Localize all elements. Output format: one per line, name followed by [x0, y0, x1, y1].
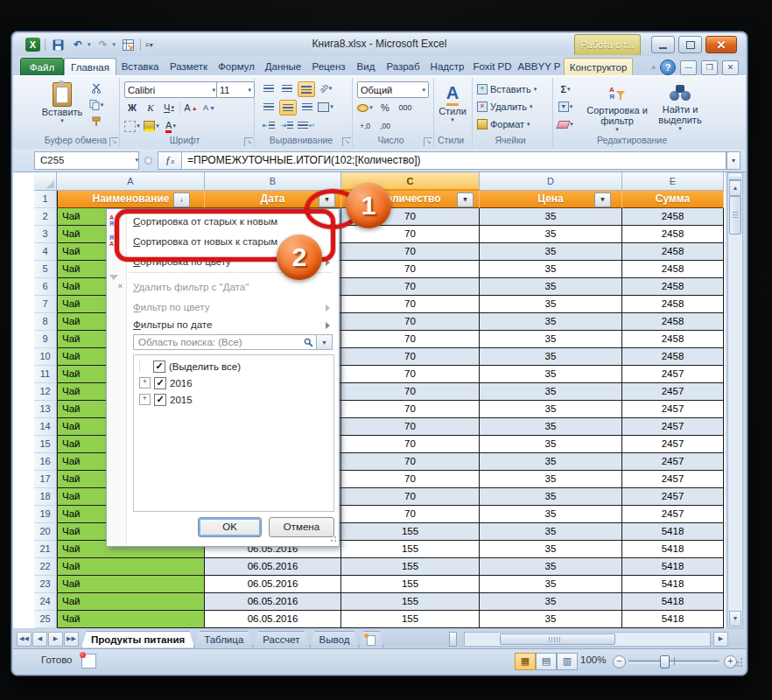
row-number[interactable]: 3	[34, 226, 57, 243]
zoom-level[interactable]: 100%	[580, 654, 606, 665]
name-sorted-filter-button[interactable]: ↓	[173, 192, 190, 207]
cell-sum[interactable]: 5418	[622, 593, 724, 611]
tab-developer[interactable]: Разраб	[382, 58, 425, 75]
cell-sum[interactable]: 2457	[622, 436, 724, 453]
filter-item-2016[interactable]: + ✓ 2016	[134, 374, 333, 391]
dialog-launcher-icon[interactable]: ↘	[244, 137, 253, 146]
cell-price[interactable]: 35	[480, 278, 622, 296]
cell-qty[interactable]: 70	[341, 331, 480, 348]
checkbox-checked-icon[interactable]: ✓	[154, 394, 166, 406]
cell-sum[interactable]: 2458	[622, 313, 724, 331]
cell-qty[interactable]: 70	[341, 383, 480, 401]
cell-sum[interactable]: 5418	[622, 523, 724, 541]
last-sheet-icon[interactable]: ▶▶	[64, 632, 79, 647]
vertical-scrollbar[interactable]: ▲ ▼	[727, 172, 743, 628]
row-number[interactable]: 8	[34, 313, 57, 331]
percent-icon[interactable]: %	[377, 101, 393, 115]
cell-qty[interactable]: 70	[341, 226, 480, 243]
restore-button[interactable]	[678, 36, 702, 53]
comma-style-icon[interactable]: 000	[397, 101, 413, 115]
filter-item-select-all[interactable]: ✓ (Выделить все)	[134, 358, 333, 374]
cell-sum[interactable]: 5418	[622, 558, 724, 576]
number-format-combo[interactable]: Общий▾	[357, 81, 429, 98]
row-number[interactable]: 7	[34, 296, 57, 313]
cell-date[interactable]: 06.05.2016	[205, 558, 341, 576]
grow-font-button[interactable]: А▲	[183, 101, 199, 115]
page-break-view-icon[interactable]: ▥	[557, 653, 578, 670]
cell-sum[interactable]: 2458	[622, 208, 724, 226]
workbook-close-button[interactable]: ✕	[722, 60, 739, 75]
decrease-decimal-icon[interactable]: ,00	[377, 119, 393, 133]
cell-sum[interactable]: 2458	[622, 261, 724, 278]
cell-sum[interactable]: 2457	[622, 471, 724, 488]
cell-sum[interactable]: 2458	[622, 331, 724, 348]
tab-formulas[interactable]: Формул	[214, 58, 259, 75]
scrollbar-split-handle[interactable]	[729, 174, 741, 180]
align-top-icon[interactable]	[261, 81, 277, 95]
decrease-indent-icon[interactable]: ⇤	[261, 118, 277, 132]
cell-sum[interactable]: 2457	[622, 418, 724, 436]
cell-sum[interactable]: 2457	[622, 453, 724, 471]
row-number[interactable]: 18	[34, 488, 57, 506]
align-left-icon[interactable]	[261, 100, 277, 114]
tab-file[interactable]: Файл	[20, 58, 64, 77]
cell-price[interactable]: 35	[480, 523, 622, 541]
row-number[interactable]: 19	[34, 506, 57, 523]
cell-sum[interactable]: 5418	[622, 611, 724, 628]
align-right-icon[interactable]	[299, 100, 315, 114]
cell-name[interactable]: Чай	[57, 576, 205, 593]
cell-sum[interactable]: 5418	[622, 576, 724, 593]
dialog-launcher-icon[interactable]: ↘	[424, 137, 432, 146]
checkbox-checked-icon[interactable]: ✓	[153, 360, 165, 373]
cell-sum[interactable]: 2458	[622, 296, 724, 313]
menu-resize-grip[interactable]	[328, 536, 337, 544]
styles-button[interactable]: А Стили▾	[435, 80, 470, 123]
dialog-launcher-icon[interactable]: ↘	[342, 137, 351, 146]
tab-insert[interactable]: Вставка	[116, 58, 164, 75]
cell-price[interactable]: 35	[480, 243, 622, 261]
cell-price[interactable]: 35	[480, 401, 622, 418]
cell-date[interactable]: 06.05.2016	[205, 593, 341, 611]
cell-price[interactable]: 35	[480, 226, 622, 243]
name-box[interactable]: C255▾	[34, 151, 139, 170]
qty-filter-dropdown-button[interactable]: ▼	[457, 192, 474, 207]
row-number[interactable]: 25	[34, 611, 57, 628]
cell-qty[interactable]: 155	[341, 576, 480, 593]
formula-input[interactable]: =ПРОМЕЖУТОЧНЫЕ.ИТОГИ(102;[Количество])	[182, 151, 726, 170]
namebox-splitter[interactable]	[144, 157, 152, 164]
cell-qty[interactable]: 70	[341, 296, 480, 313]
copy-icon[interactable]: ▾	[88, 98, 104, 112]
next-sheet-icon[interactable]: ▶	[48, 632, 63, 647]
cell-price[interactable]: 35	[480, 453, 622, 471]
sort-filter-button[interactable]: АЯ Сортировка и фильтр▾	[586, 80, 649, 133]
search-input[interactable]: Область поиска: (Все)	[133, 334, 317, 350]
cell-sum[interactable]: 2458	[622, 243, 724, 261]
font-size-combo[interactable]: 11▾	[216, 81, 255, 98]
header-cell-sum[interactable]: Сумма	[622, 191, 724, 208]
cell-qty[interactable]: 70	[341, 278, 480, 296]
cell-name[interactable]: Чай	[57, 611, 205, 628]
cell-price[interactable]: 35	[480, 506, 622, 523]
cell-price[interactable]: 35	[480, 261, 622, 278]
cell-qty[interactable]: 70	[341, 401, 480, 418]
orientation-icon[interactable]: ab▾	[318, 81, 333, 95]
paste-button[interactable]: Вставить▾	[41, 80, 83, 124]
tab-page-layout[interactable]: Разметк	[165, 58, 212, 75]
underline-button[interactable]: Ч▾	[161, 101, 177, 115]
cell-sum[interactable]: 5418	[622, 541, 724, 558]
ok-button[interactable]: OK	[198, 517, 262, 537]
increase-indent-icon[interactable]: ⇥	[279, 118, 295, 132]
row-number[interactable]: 23	[34, 576, 57, 593]
dialog-launcher-icon[interactable]: ↘	[109, 137, 118, 146]
cell-qty[interactable]: 70	[341, 418, 480, 436]
autosum-button[interactable]: Σ▾	[558, 82, 573, 96]
cell-qty[interactable]: 70	[341, 261, 480, 278]
cell-qty[interactable]: 155	[341, 523, 480, 541]
cell-price[interactable]: 35	[480, 611, 622, 628]
tab-addins[interactable]: Надстр	[426, 58, 468, 75]
minimize-button[interactable]	[651, 36, 675, 53]
horizontal-scrollbar[interactable]	[464, 632, 711, 647]
cell-price[interactable]: 35	[480, 313, 622, 331]
cell-price[interactable]: 35	[480, 348, 622, 366]
align-center-icon[interactable]	[279, 100, 297, 116]
